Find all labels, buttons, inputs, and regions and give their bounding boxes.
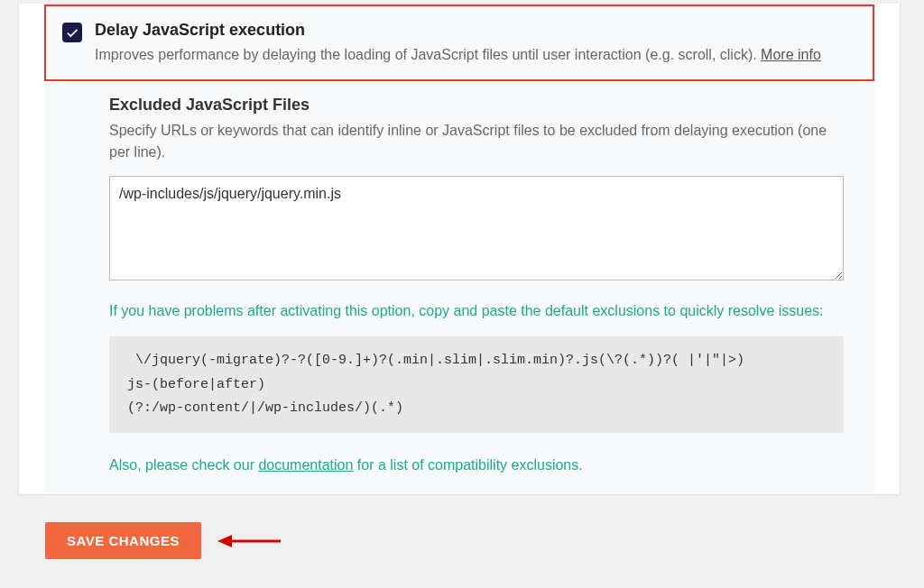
svg-marker-1 bbox=[217, 535, 232, 547]
arrow-pointer-icon bbox=[217, 534, 281, 548]
delay-js-option-row: Delay JavaScript execution Improves perf… bbox=[44, 5, 874, 81]
option-title: Delay JavaScript execution bbox=[95, 21, 858, 40]
check-icon bbox=[66, 26, 79, 39]
excluded-title: Excluded JavaScript Files bbox=[109, 96, 844, 115]
option-description: Improves performance by delaying the loa… bbox=[95, 45, 858, 65]
default-exclusions-code: \/jquery(-migrate)?-?([0-9.]+)?(.min|.sl… bbox=[109, 336, 844, 433]
help-text-documentation: Also, please check our documentation for… bbox=[109, 455, 844, 476]
settings-panel: Delay JavaScript execution Improves perf… bbox=[18, 4, 901, 495]
excluded-files-textarea[interactable] bbox=[109, 176, 844, 280]
more-info-link[interactable]: More info bbox=[761, 47, 821, 62]
delay-js-checkbox[interactable] bbox=[62, 23, 82, 42]
excluded-description: Specify URLs or keywords that can identi… bbox=[109, 120, 844, 163]
documentation-link[interactable]: documentation bbox=[258, 457, 353, 473]
save-changes-button[interactable]: SAVE CHANGES bbox=[45, 522, 201, 559]
help-text-exclusions: If you have problems after activating th… bbox=[109, 300, 844, 322]
